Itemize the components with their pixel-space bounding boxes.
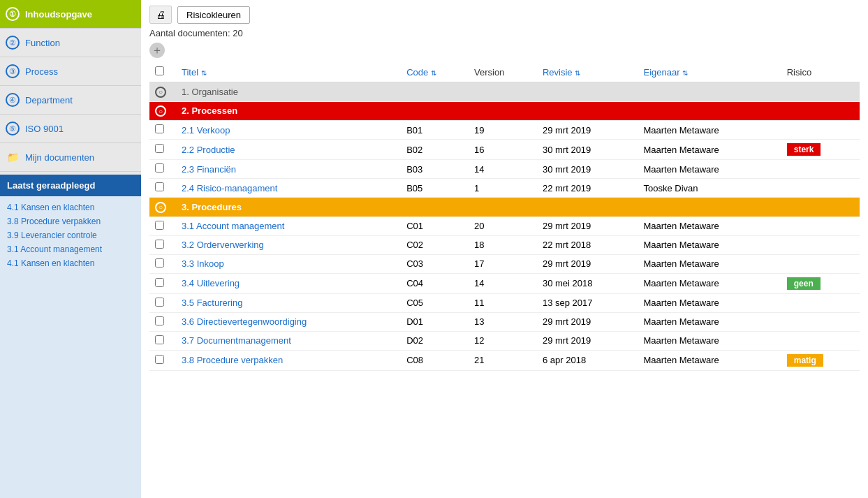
print-button[interactable]: 🖨 [149, 6, 172, 24]
table-row: 3.2 Orderverwerking C02 18 22 mrt 2018 M… [149, 235, 860, 254]
row-checkbox-cell[interactable] [149, 179, 176, 198]
row-checkbox-cell[interactable] [149, 121, 176, 140]
doc-link[interactable]: 3.5 Facturering [182, 298, 242, 308]
doc-link[interactable]: 3.7 Documentmanagement [182, 335, 291, 346]
section-expand-cell[interactable]: ○ [149, 101, 176, 121]
expand-icon: ○ [155, 105, 166, 117]
row-eigenaar: Maarten Metaware [638, 293, 781, 312]
select-all-checkbox[interactable] [155, 66, 164, 75]
row-titel: 3.6 Directievertegenwoordiging [176, 312, 401, 331]
doc-link[interactable]: 2.2 Productie [182, 145, 235, 155]
row-risico [781, 121, 860, 140]
sort-eigenaar-icon: ⇅ [682, 69, 688, 77]
row-checkbox-cell[interactable] [149, 254, 176, 273]
sidebar-item-mijn-documenten[interactable]: 📁 Mijn documenten [0, 143, 141, 172]
row-risico: sterk [781, 140, 860, 160]
row-checkbox[interactable] [155, 316, 164, 325]
row-checkbox[interactable] [155, 278, 164, 287]
sidebar-item-label: Inhoudsopgave [25, 9, 92, 20]
row-revisie: 30 mrt 2019 [537, 160, 638, 179]
row-checkbox[interactable] [155, 221, 164, 230]
row-checkbox-cell[interactable] [149, 273, 176, 293]
row-checkbox-cell[interactable] [149, 235, 176, 254]
recently-link[interactable]: 4.1 Kansen en klachten [7, 256, 134, 270]
sidebar-item-label: Department [25, 95, 73, 105]
doc-link[interactable]: 3.1 Account management [182, 221, 284, 231]
row-code: B02 [401, 140, 469, 160]
row-code: D01 [401, 312, 469, 331]
row-checkbox[interactable] [155, 298, 164, 307]
header-code[interactable]: Code ⇅ [401, 62, 469, 82]
row-checkbox[interactable] [155, 182, 164, 191]
sidebar-item-process[interactable]: ③ Process [0, 57, 141, 86]
row-checkbox[interactable] [155, 335, 164, 344]
row-revisie: 22 mrt 2018 [537, 235, 638, 254]
doc-link[interactable]: 3.3 Inkoop [182, 258, 224, 269]
row-checkbox-cell[interactable] [149, 331, 176, 350]
row-version: 20 [469, 217, 537, 235]
documents-table: Titel ⇅ Code ⇅ Version Revisie ⇅ Eigenaa… [149, 62, 860, 371]
doc-link[interactable]: 3.2 Orderverwerking [182, 240, 264, 250]
row-checkbox-cell[interactable] [149, 293, 176, 312]
doc-link[interactable]: 2.1 Verkoop [182, 125, 230, 136]
table-row: 3.6 Directievertegenwoordiging D01 13 29… [149, 312, 860, 331]
sidebar-item-department[interactable]: ④ Department [0, 86, 141, 115]
row-checkbox[interactable] [155, 163, 164, 173]
row-code: B05 [401, 179, 469, 198]
header-eigenaar[interactable]: Eigenaar ⇅ [638, 62, 781, 82]
doc-link[interactable]: 3.6 Directievertegenwoordiging [182, 316, 307, 327]
row-titel: 2.3 Financiën [176, 160, 401, 179]
table-row: 3.5 Facturering C05 11 13 sep 2017 Maart… [149, 293, 860, 312]
section-expand-cell[interactable]: ○ [149, 198, 176, 217]
doc-link[interactable]: 2.4 Risico-managament [182, 183, 277, 193]
row-checkbox[interactable] [155, 144, 164, 153]
sidebar-item-iso9001[interactable]: ⑤ ISO 9001 [0, 115, 141, 143]
recently-link[interactable]: 3.1 Account management [7, 242, 134, 256]
row-checkbox-cell[interactable] [149, 140, 176, 160]
row-titel: 3.1 Account management [176, 217, 401, 235]
row-checkbox-cell[interactable] [149, 217, 176, 235]
row-titel: 2.4 Risico-managament [176, 179, 401, 198]
row-checkbox-cell[interactable] [149, 312, 176, 331]
row-revisie: 30 mei 2018 [537, 273, 638, 293]
header-revisie[interactable]: Revisie ⇅ [537, 62, 638, 82]
sidebar-item-function[interactable]: ② Function [0, 29, 141, 57]
row-risico: geen [781, 273, 860, 293]
table-row: 2.2 Productie B02 16 30 mrt 2019 Maarten… [149, 140, 860, 160]
row-eigenaar: Tooske Divan [638, 179, 781, 198]
row-eigenaar: Maarten Metaware [638, 350, 781, 370]
row-checkbox-cell[interactable] [149, 160, 176, 179]
nav-number-icon: ④ [6, 93, 20, 107]
table-row: 3.3 Inkoop C03 17 29 mrt 2019 Maarten Me… [149, 254, 860, 273]
sidebar: ① Inhoudsopgave ② Function ③ Process ④ D… [0, 0, 141, 498]
row-revisie: 29 mrt 2019 [537, 217, 638, 235]
risico-badge-geen: geen [787, 277, 821, 290]
doc-link[interactable]: 2.3 Financiën [182, 164, 236, 175]
row-checkbox[interactable] [155, 355, 164, 364]
add-button[interactable]: ＋ [149, 43, 165, 58]
header-checkbox [149, 62, 176, 82]
risico-button[interactable]: Risicokleuren [177, 6, 250, 24]
row-risico [781, 179, 860, 198]
row-checkbox[interactable] [155, 124, 164, 133]
section-expand-cell[interactable]: ○ [149, 82, 176, 102]
row-version: 18 [469, 235, 537, 254]
header-titel[interactable]: Titel ⇅ [176, 62, 401, 82]
recently-link[interactable]: 3.9 Leverancier controle [7, 228, 134, 242]
row-titel: 2.1 Verkoop [176, 121, 401, 140]
doc-link[interactable]: 3.8 Procedure verpakken [182, 355, 283, 365]
recently-label: Laatst geraadpleegd [7, 180, 95, 191]
row-checkbox[interactable] [155, 240, 164, 249]
row-checkbox[interactable] [155, 258, 164, 268]
recently-link[interactable]: 4.1 Kansen en klachten [7, 200, 134, 214]
recently-link[interactable]: 3.8 Procedure verpakken [7, 214, 134, 228]
doc-link[interactable]: 3.4 Uitlevering [182, 278, 240, 288]
sort-revisie-icon: ⇅ [575, 69, 580, 77]
row-risico [781, 312, 860, 331]
risico-badge-sterk: sterk [787, 143, 821, 156]
section-label: 1. Organisatie [176, 82, 860, 102]
row-revisie: 29 mrt 2019 [537, 254, 638, 273]
row-checkbox-cell[interactable] [149, 350, 176, 370]
sidebar-item-inhoudsopgave[interactable]: ① Inhoudsopgave [0, 0, 141, 29]
row-version: 11 [469, 293, 537, 312]
